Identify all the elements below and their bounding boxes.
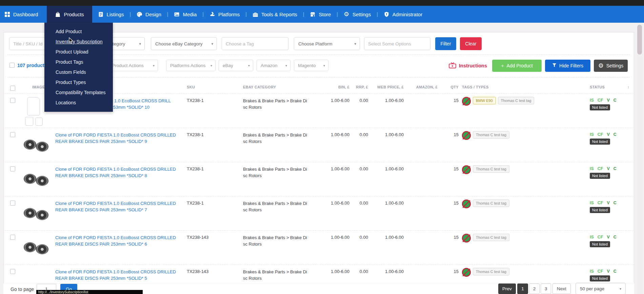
nav-dashboard[interactable]: Dashboard <box>0 6 47 23</box>
col-rrp[interactable]: RRP, £ <box>352 83 370 93</box>
instructions-link[interactable]: Instructions <box>449 62 487 69</box>
row-checkbox[interactable] <box>10 269 15 274</box>
status-cell: IS CF V C Not listed <box>587 231 634 265</box>
menu-product-types[interactable]: Product Types <box>44 77 113 87</box>
storefront-icon <box>310 12 316 17</box>
nav-platforms[interactable]: Platforms <box>204 6 245 23</box>
nav-tools-reports[interactable]: Tools & Reports <box>247 6 303 23</box>
menu-product-tags[interactable]: Product Tags <box>44 57 113 67</box>
video-tutorial-icon <box>449 62 456 69</box>
col-ebay-category[interactable]: EBAY CATEGORY <box>241 83 309 93</box>
gear-icon: ⚙ <box>344 12 349 17</box>
clear-button[interactable]: Clear <box>460 37 482 50</box>
product-title-link[interactable]: Clone of FOR FORD FIESTA 1.0 EcoBosst CR… <box>55 132 181 145</box>
nav-products[interactable]: Products <box>47 6 92 23</box>
col-amazon[interactable]: AMAZON, £ <box>406 83 440 93</box>
quantity: 15 <box>440 231 461 265</box>
product-thumbnail[interactable] <box>23 199 50 226</box>
product-sku: TX238-1 <box>185 128 241 162</box>
menu-product-upload[interactable]: Product Upload <box>44 47 113 57</box>
product-thumbnail[interactable] <box>23 233 50 260</box>
platform-select[interactable]: Choose Platform▾ <box>294 37 360 50</box>
row-checkbox[interactable] <box>10 166 15 171</box>
nav-store[interactable]: Store <box>304 6 337 23</box>
status-badge: Not listed <box>590 275 610 281</box>
col-status[interactable]: STATUS↑ <box>587 83 634 93</box>
status-flag: CF <box>598 269 603 274</box>
menu-inventory-subscription[interactable]: Inventory Subscription <box>44 37 113 47</box>
nav-media[interactable]: Media <box>168 6 202 23</box>
list-document-icon <box>98 12 104 17</box>
pagination-page-2[interactable]: 2 <box>529 284 540 294</box>
settings-button[interactable]: ⚙ Settings <box>594 60 628 72</box>
pagination-page-3[interactable]: 3 <box>541 284 551 294</box>
status-flag: CF <box>598 98 603 103</box>
pagination-page-1[interactable]: 1 <box>517 284 528 294</box>
nav-administrator[interactable]: Administrator <box>378 6 428 23</box>
image-icon <box>174 12 180 17</box>
scrollbar-thumb[interactable] <box>637 25 642 55</box>
rrp-price: 0.00 <box>352 94 370 128</box>
ebay-category-select[interactable]: Choose eBay Category▾ <box>151 37 217 50</box>
bin-price: 1.00-6.00 <box>309 196 352 230</box>
prohibited-type-icon <box>462 200 471 208</box>
menu-custom-fields[interactable]: Custom Fields <box>44 67 113 77</box>
product-title-link[interactable]: Clone of FOR FORD FIESTA 1.0 EcoBosst CR… <box>55 269 181 282</box>
chevron-down-icon: ▾ <box>285 64 287 67</box>
menu-add-product[interactable]: Add Product <box>44 26 113 37</box>
row-checkbox[interactable] <box>10 201 15 206</box>
per-page-select[interactable]: 50 per page▾ <box>576 283 626 294</box>
web-price: 1.00-6.00 <box>370 128 406 162</box>
row-checkbox[interactable] <box>10 235 15 240</box>
platforms-actions-select[interactable]: Platforms Actions▾ <box>166 60 216 71</box>
sort-arrow-icon[interactable]: ↑ <box>627 85 629 90</box>
nav-listings[interactable]: Listings <box>92 6 130 23</box>
col-qty[interactable]: QTY <box>440 83 461 93</box>
web-price: 1.00-6.00 <box>370 162 406 196</box>
status-flag: V <box>607 98 609 103</box>
pagination-next[interactable]: Next <box>552 284 571 294</box>
product-actions-select[interactable]: Product Actions▾ <box>108 60 158 71</box>
menu-locations[interactable]: Locations <box>44 98 113 108</box>
product-thumbnail[interactable] <box>23 165 50 191</box>
select-all-checkbox[interactable] <box>9 63 15 68</box>
add-product-button[interactable]: +Add Product <box>492 60 542 72</box>
status-flag: V <box>607 132 609 137</box>
link-status-url: http://.../InventorySubscription/list <box>36 290 143 294</box>
bin-price: 1.00-6.00 <box>309 162 352 196</box>
magento-actions-select[interactable]: Magento▾ <box>294 60 328 71</box>
product-ebay-category: Brakes & Brake Parts > Brake Disc Rotors <box>241 196 309 230</box>
quantity: 15 <box>440 128 461 162</box>
status-flag: C <box>613 201 617 205</box>
header-checkbox[interactable] <box>10 86 15 91</box>
dashboard-grid-icon <box>4 12 10 17</box>
nav-design[interactable]: Design <box>131 6 167 23</box>
product-title-link[interactable]: Clone of FOR FORD FIESTA 1.0 EcoBosst CR… <box>55 235 181 248</box>
status-flag: V <box>607 166 609 171</box>
product-title-link[interactable]: Clone of FOR FORD FIESTA 1.0 EcoBosst CR… <box>55 166 181 179</box>
puzzle-icon <box>209 12 215 17</box>
menu-compatibility-templates[interactable]: Compatibility Templates <box>44 87 113 98</box>
col-bin[interactable]: BIN, £ <box>309 83 352 93</box>
tag-input[interactable] <box>222 37 288 50</box>
status-badge: Not listed <box>590 241 610 247</box>
col-sku[interactable]: SKU <box>185 83 241 93</box>
rrp-price: 0.00 <box>352 128 370 162</box>
amazon-price <box>406 94 440 128</box>
vertical-scrollbar[interactable] <box>637 23 643 294</box>
filter-button[interactable]: Filter <box>435 37 456 50</box>
row-checkbox[interactable] <box>10 98 15 103</box>
ebay-actions-select[interactable]: eBay▾ <box>219 60 253 71</box>
product-thumbnail[interactable] <box>23 131 50 157</box>
product-title-link[interactable]: Clone of FOR FORD FIESTA 1.0 EcoBosst CR… <box>55 201 181 213</box>
options-input[interactable] <box>364 37 430 50</box>
amazon-price <box>406 196 440 230</box>
nav-settings[interactable]: ⚙ Settings <box>338 6 377 23</box>
bin-price: 1.00-6.00 <box>309 94 352 128</box>
tag-chip: Thomas C test tag <box>498 97 535 104</box>
hide-filters-button[interactable]: Hide Filters <box>545 60 590 72</box>
col-web-price[interactable]: WEB PRICE, £ <box>370 83 406 93</box>
amazon-actions-select[interactable]: Amazon▾ <box>257 60 290 71</box>
pagination-prev[interactable]: Prev <box>498 284 516 294</box>
row-checkbox[interactable] <box>10 132 15 137</box>
